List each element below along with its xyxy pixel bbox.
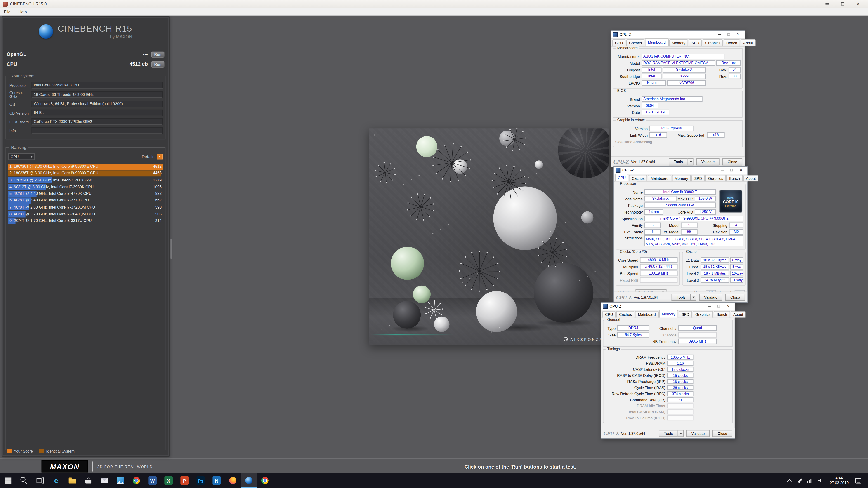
tab-about[interactable]: About xyxy=(743,175,758,182)
tab-graphics[interactable]: Graphics xyxy=(705,175,726,182)
ranking-row[interactable]: 5. 4C/8T @ 4.40 GHz, Intel Core i7-4770K… xyxy=(8,191,163,197)
minimize-button[interactable] xyxy=(717,166,727,174)
tab-caches[interactable]: Caches xyxy=(616,311,635,318)
panel-resize-grip[interactable] xyxy=(170,239,172,259)
ranking-filter-select[interactable]: CPU xyxy=(8,153,35,160)
tray-expand-icon[interactable] xyxy=(787,479,792,484)
opengl-run-button[interactable]: Run xyxy=(151,51,164,57)
close-button[interactable]: × xyxy=(855,0,861,8)
bios-brand-value: American Megatrends Inc. xyxy=(642,96,702,102)
cpu-run-button[interactable]: Run xyxy=(151,61,164,67)
taskbar-icon-cinebench[interactable] xyxy=(241,473,257,488)
validate-button[interactable]: Validate xyxy=(696,158,720,165)
volume-icon[interactable] xyxy=(817,478,823,483)
tab-mainboard[interactable]: Mainboard xyxy=(648,175,671,182)
taskbar-icon-browser[interactable] xyxy=(257,473,273,488)
maximize-button[interactable] xyxy=(714,302,723,310)
taskbar-icon-mail[interactable] xyxy=(96,473,112,488)
taskbar-icon-task-view[interactable] xyxy=(32,473,48,488)
cinebench-sphere-icon xyxy=(39,24,53,39)
dandelion-bursts xyxy=(369,128,609,345)
close-button[interactable]: × xyxy=(736,166,746,174)
ranking-row[interactable]: 2. 18C/36T @ 3.00 GHz, Intel Core i9-998… xyxy=(8,170,163,177)
tab-cpu[interactable]: CPU xyxy=(615,174,629,182)
close-dialog-button[interactable]: Close xyxy=(712,430,733,437)
maximize-button[interactable] xyxy=(727,166,737,174)
system-row-label: GFX Board xyxy=(8,120,32,124)
stepping-value: 4 xyxy=(729,222,743,228)
details-button[interactable] xyxy=(157,154,163,159)
action-center-icon[interactable] xyxy=(855,478,862,483)
tab-graphics[interactable]: Graphics xyxy=(692,311,713,318)
tab-caches[interactable]: Caches xyxy=(629,175,647,182)
field-label: DC Mode xyxy=(649,333,678,337)
tab-memory[interactable]: Memory xyxy=(672,175,691,182)
ranking-row[interactable]: 1. 18C/36T @ 3.00 GHz, Intel Core i9-998… xyxy=(8,163,163,170)
taskbar-icon-store[interactable] xyxy=(80,473,96,488)
ranking-row[interactable]: 3. 12C/24T @ 2.66 GHz, Intel Xeon CPU X5… xyxy=(8,177,163,184)
tab-about[interactable]: About xyxy=(741,39,756,46)
maximize-button[interactable] xyxy=(840,0,845,8)
minimize-button[interactable] xyxy=(825,0,830,8)
taskbar-icon-word[interactable]: W xyxy=(145,473,160,488)
network-icon[interactable] xyxy=(807,478,812,483)
menu-help[interactable]: Help xyxy=(14,9,31,14)
taskbar-icon-notepad[interactable]: N xyxy=(209,473,225,488)
taskbar-icon-edge[interactable]: e xyxy=(48,473,64,488)
taskbar-icon-start[interactable] xyxy=(0,473,16,488)
validate-button[interactable]: Validate xyxy=(686,430,710,437)
tools-dropdown-arrow[interactable] xyxy=(690,293,696,301)
tab-caches[interactable]: Caches xyxy=(626,39,645,46)
tools-dropdown-arrow[interactable] xyxy=(688,158,694,165)
taskbar-icon-photos[interactable] xyxy=(112,473,128,488)
close-dialog-button[interactable]: Close xyxy=(722,158,742,165)
tools-dropdown-arrow[interactable] xyxy=(678,430,684,437)
cpuz-titlebar[interactable]: CPU-Z × xyxy=(614,166,747,174)
tools-button[interactable]: Tools xyxy=(669,158,687,165)
ranking-row[interactable]: 4. 6C/12T @ 3.30 GHz, Intel Core i7-3930… xyxy=(8,184,163,191)
tab-spd[interactable]: SPD xyxy=(679,311,692,318)
core-i9-label: CORE i9 xyxy=(723,199,739,204)
tab-mainboard[interactable]: Mainboard xyxy=(635,311,658,318)
validate-button[interactable]: Validate xyxy=(699,293,722,301)
pen-icon[interactable] xyxy=(798,478,802,483)
close-dialog-button[interactable]: Close xyxy=(725,293,745,301)
taskbar-icon-file-explorer[interactable] xyxy=(64,473,80,488)
taskbar-icon-chrome[interactable] xyxy=(128,473,145,488)
cinebench-titlebar[interactable]: CINEBENCH R15.0 × xyxy=(0,0,868,8)
tab-bench[interactable]: Bench xyxy=(714,311,730,318)
tab-graphics[interactable]: Graphics xyxy=(703,39,723,46)
ranking-row[interactable]: 9. 2C/4T @ 1.70 GHz, Intel Core i5-3317U… xyxy=(8,218,163,224)
tab-about[interactable]: About xyxy=(731,311,746,318)
taskbar-icon-search[interactable] xyxy=(16,473,32,488)
tab-cpu[interactable]: CPU xyxy=(602,311,616,318)
tab-memory[interactable]: Memory xyxy=(669,39,688,46)
taskbar-icon-photoshop[interactable]: Ps xyxy=(193,473,209,488)
minimize-button[interactable] xyxy=(715,31,724,38)
show-desktop-button[interactable] xyxy=(866,473,868,488)
maximize-button[interactable] xyxy=(724,31,734,38)
tab-cpu[interactable]: CPU xyxy=(612,39,626,46)
tab-spd[interactable]: SPD xyxy=(691,175,705,182)
minimize-button[interactable] xyxy=(705,302,714,310)
tab-spd[interactable]: SPD xyxy=(689,39,702,46)
ranking-row[interactable]: 6. 4C/8T @ 3.40 GHz, Intel Core i7-3770 … xyxy=(8,197,163,204)
tab-memory[interactable]: Memory xyxy=(659,310,678,318)
taskbar-icon-powerpoint[interactable]: P xyxy=(177,473,193,488)
tools-button[interactable]: Tools xyxy=(659,430,677,437)
close-button[interactable]: × xyxy=(734,31,743,38)
cache-size-value: 18 x 1 MBytes xyxy=(701,271,729,276)
tab-bench[interactable]: Bench xyxy=(726,175,743,182)
ranking-row[interactable]: 8. 4C/8T @ 2.79 GHz, Intel Core i7-3840Q… xyxy=(8,211,163,218)
tools-button[interactable]: Tools xyxy=(672,293,690,301)
taskbar-icon-firefox[interactable] xyxy=(225,473,241,488)
ranking-row[interactable]: 7. 4C/8T @ 2.60 GHz, Intel Core i7-3720Q… xyxy=(8,204,163,211)
taskbar-icon-excel[interactable]: X xyxy=(160,473,177,488)
tab-mainboard[interactable]: Mainboard xyxy=(645,38,669,46)
clock[interactable]: 4:44 27.03.2019 xyxy=(830,476,848,485)
menu-file[interactable]: File xyxy=(0,9,14,14)
cpuz-titlebar[interactable]: CPU-Z × xyxy=(601,303,735,311)
tab-bench[interactable]: Bench xyxy=(723,39,740,46)
close-button[interactable]: × xyxy=(723,302,733,310)
cpuz-titlebar[interactable]: CPU-Z × xyxy=(611,31,745,39)
